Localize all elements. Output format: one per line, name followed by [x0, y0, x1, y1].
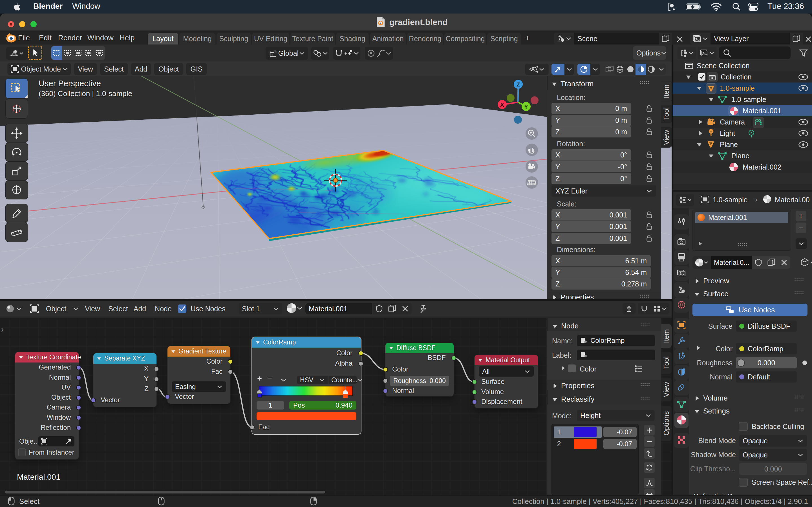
svg-text:Y: Y: [524, 103, 528, 110]
svg-text:Z: Z: [516, 81, 520, 88]
svg-text:X: X: [500, 101, 504, 108]
